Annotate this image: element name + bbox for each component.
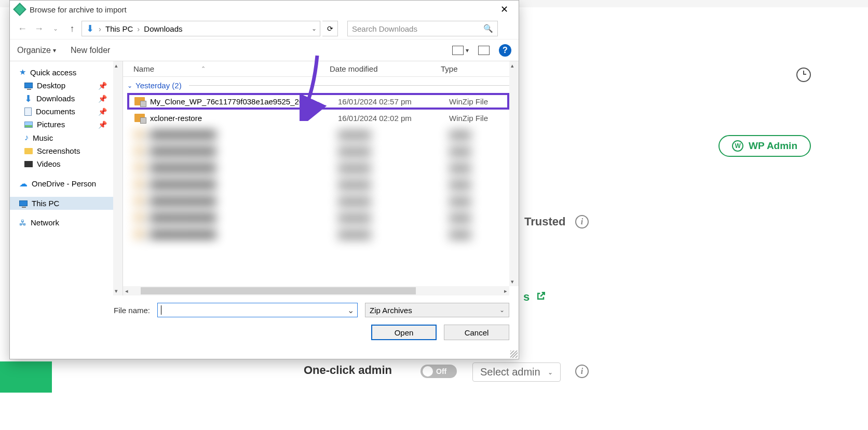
downloads-icon: ⬇ <box>85 24 94 33</box>
toggle-knob <box>423 366 433 377</box>
chevron-down-icon: ⌄ <box>548 369 553 376</box>
forward-button[interactable]: → <box>32 21 46 36</box>
breadcrumb-root[interactable]: This PC <box>105 24 133 33</box>
refresh-button[interactable]: ⟳ <box>322 21 338 36</box>
col-date[interactable]: Date modified <box>330 64 441 73</box>
up-button[interactable]: ↑ <box>65 21 79 36</box>
column-headers: Name ⌃ Date modified Type <box>123 61 519 77</box>
sidebar-label: Pictures <box>37 120 65 129</box>
file-row-blurred: ██████████████████████ <box>123 193 519 209</box>
close-button[interactable]: ✕ <box>495 2 513 17</box>
app-icon <box>13 3 26 16</box>
group-header[interactable]: ⌄ Yesterday (2) <box>123 77 519 93</box>
pin-icon: 📌 <box>98 108 107 116</box>
sidebar-item-downloads[interactable]: ⬇ Downloads 📌 <box>10 92 123 105</box>
one-click-toggle[interactable]: Off <box>421 365 457 378</box>
preview-pane-button[interactable] <box>478 46 490 55</box>
sidebar-onedrive[interactable]: ☁ OneDrive - Person <box>10 177 123 191</box>
filter-label: Zip Archives <box>370 306 412 315</box>
sidebar-label: Screenshots <box>37 146 80 155</box>
file-open-dialog: Browse for archive to import ✕ ← → ⌄ ↑ ⬇… <box>9 0 519 359</box>
search-input[interactable]: Search Downloads 🔍 <box>347 21 498 36</box>
select-admin-dropdown[interactable]: Select admin ⌄ <box>472 362 561 382</box>
clock-icon <box>796 68 811 82</box>
filename-input[interactable]: ⌄ <box>157 303 358 317</box>
filename-dropdown[interactable]: ⌄ <box>347 305 354 315</box>
file-row-blurred: ██████████████████████ <box>123 143 519 159</box>
downloads-icon: ⬇ <box>24 96 32 102</box>
external-link-icon <box>536 291 546 301</box>
dialog-title: Browse for archive to import <box>30 5 127 14</box>
chevron-down-icon: ▾ <box>53 47 56 54</box>
sidebar-item-desktop[interactable]: Desktop 📌 <box>10 79 123 92</box>
sidebar-label: This PC <box>32 199 59 208</box>
sidebar-this-pc[interactable]: This PC <box>10 197 123 210</box>
file-row-highlighted[interactable]: My_Clone_WP_76c11779f038e1ae9525_20... 1… <box>127 93 509 110</box>
resize-grip[interactable] <box>510 351 518 358</box>
new-folder-label: New folder <box>71 46 110 55</box>
organize-menu[interactable]: Organize ▾ <box>17 46 56 55</box>
file-date: 16/01/2024 02:02 pm <box>338 114 449 123</box>
sidebar-item-pictures[interactable]: Pictures 📌 <box>10 118 123 131</box>
view-menu[interactable]: ▾ <box>452 46 469 55</box>
chevron-right-icon: › <box>137 24 140 33</box>
open-button[interactable]: Open <box>371 325 437 340</box>
pin-icon: 📌 <box>98 120 107 129</box>
archive-icon <box>134 114 145 122</box>
sidebar-network[interactable]: 🖧 Network <box>10 216 123 229</box>
text-cursor <box>161 305 161 315</box>
toolbar: Organize ▾ New folder ▾ ? <box>10 39 519 61</box>
sidebar-item-music[interactable]: ♪ Music <box>10 131 123 144</box>
breadcrumb-current[interactable]: Downloads <box>144 24 182 33</box>
wp-admin-button[interactable]: W WP Admin <box>718 135 811 157</box>
filename-label: File name: <box>114 306 150 315</box>
hscroll-thumb[interactable] <box>141 287 416 294</box>
link-fragment[interactable]: s <box>523 290 530 304</box>
help-button[interactable]: ? <box>499 44 511 57</box>
titlebar: Browse for archive to import ✕ <box>10 1 519 18</box>
sidebar-item-screenshots[interactable]: Screenshots <box>10 144 123 157</box>
sidebar-label: Network <box>31 218 59 227</box>
breadcrumb-dropdown[interactable]: ⌄ <box>311 25 317 32</box>
sidebar-label: OneDrive - Person <box>32 179 96 188</box>
chevron-down-icon: ▾ <box>466 47 469 54</box>
pin-icon: 📌 <box>98 82 107 90</box>
search-icon: 🔍 <box>483 24 493 33</box>
toggle-state: Off <box>436 367 446 375</box>
list-vscrollbar[interactable] <box>509 61 519 286</box>
wordpress-icon: W <box>732 140 743 152</box>
file-type-filter[interactable]: Zip Archives ⌄ <box>365 303 509 317</box>
cancel-button[interactable]: Cancel <box>444 325 509 340</box>
sidebar-quick-access[interactable]: ★ Quick access <box>10 65 123 79</box>
info-icon[interactable]: i <box>575 215 589 229</box>
dialog-footer: File name: ⌄ Zip Archives ⌄ Open Cancel <box>10 295 519 346</box>
chevron-down-icon: ⌄ <box>499 306 505 314</box>
sidebar-label: Music <box>33 133 53 142</box>
folder-icon <box>24 148 33 154</box>
sidebar-label: Quick access <box>30 68 76 77</box>
sidebar-label: Videos <box>37 159 61 168</box>
info-icon[interactable]: i <box>575 365 589 378</box>
pictures-icon <box>24 122 33 128</box>
file-row[interactable]: xcloner-restore 16/01/2024 02:02 pm WinZ… <box>123 110 519 126</box>
file-list: Name ⌃ Date modified Type ⌄ Yesterday (2… <box>123 61 519 295</box>
one-click-admin-label: One-click admin <box>304 364 392 377</box>
col-name[interactable]: Name ⌃ <box>133 64 330 73</box>
list-hscrollbar[interactable]: ◂ ▸ <box>123 286 509 295</box>
sidebar-item-videos[interactable]: Videos <box>10 157 123 170</box>
back-button[interactable]: ← <box>15 21 30 36</box>
col-type[interactable]: Type <box>441 64 519 73</box>
file-row-blurred: ██████████████████████ <box>123 159 519 176</box>
pc-icon <box>19 200 28 206</box>
sidebar-scrollbar[interactable] <box>113 61 123 295</box>
new-folder-button[interactable]: New folder <box>71 46 110 55</box>
breadcrumb[interactable]: ⬇ › This PC › Downloads ⌄ <box>82 21 320 36</box>
file-type: WinZip File <box>449 97 488 106</box>
file-row-blurred: ██████████████████████ <box>123 209 519 226</box>
organize-label: Organize <box>17 46 51 55</box>
sidebar-item-documents[interactable]: Documents 📌 <box>10 105 123 118</box>
sidebar-label: Documents <box>36 107 75 116</box>
recent-dropdown[interactable]: ⌄ <box>48 21 63 36</box>
file-name: xcloner-restore <box>150 114 338 123</box>
wp-admin-label: WP Admin <box>749 140 797 152</box>
